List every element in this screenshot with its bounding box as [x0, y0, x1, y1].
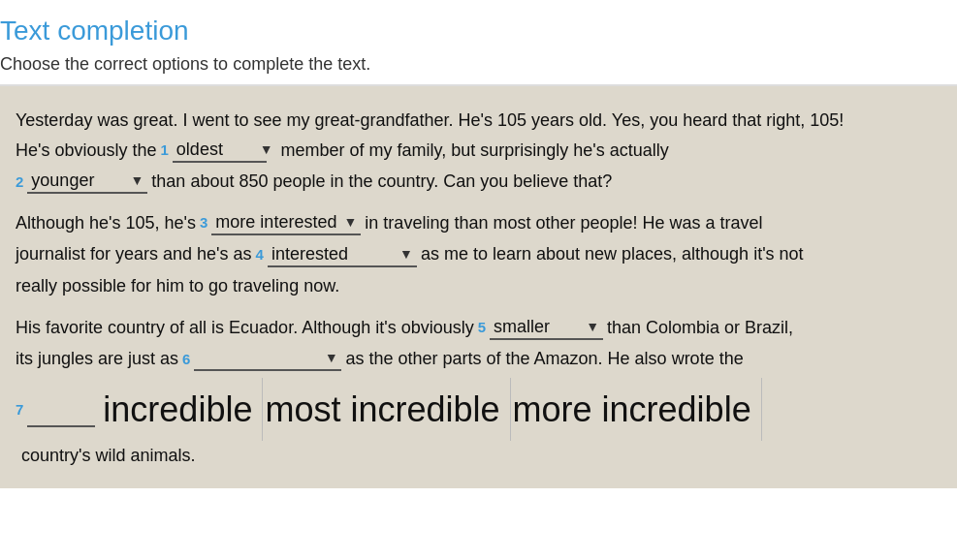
select2-num: 2: [16, 170, 23, 195]
p4-text4: as the other parts of the Amazon. He als…: [345, 344, 743, 374]
p1-text2: He's obviously the: [16, 136, 157, 166]
select5-num: 5: [478, 315, 486, 340]
p2-text1: than about 850 people in the country. Ca…: [151, 167, 612, 197]
select4-num: 4: [256, 242, 264, 267]
content-area: Yesterday was great. I went to see my gr…: [0, 86, 957, 488]
page-header: Text completion Choose the correct optio…: [0, 0, 957, 86]
word-options-row: 7 incredible most incredible more incred…: [16, 378, 941, 471]
p4-text2: than Colombia or Brazil,: [607, 313, 793, 343]
select1-num: 1: [161, 138, 169, 163]
select6[interactable]: incredible most incredible more incredib…: [194, 346, 341, 371]
select4[interactable]: interested more interested most interest…: [268, 242, 417, 267]
p3-text5: really possible for him to go traveling …: [16, 271, 339, 301]
select5-wrapper: 5 smaller small smallest more small ▼: [478, 315, 603, 340]
select7-box: [27, 390, 95, 427]
page-title: Text completion: [0, 16, 957, 47]
select5[interactable]: smaller small smallest more small: [490, 315, 603, 340]
p1-text1: Yesterday was great. I went to see my gr…: [16, 106, 844, 136]
word-option-incredible[interactable]: incredible: [101, 378, 263, 441]
p5-text1: country's wild animals.: [21, 441, 196, 471]
para3-line1: His favorite country of all is Ecuador. …: [16, 313, 941, 343]
select6-num: 6: [182, 347, 190, 372]
select7-num: 7: [16, 397, 23, 422]
para3-line2: its jungles are just as 6 incredible mos…: [16, 344, 941, 374]
p3-text3: journalist for years and he's as: [16, 239, 252, 269]
para2-line3: really possible for him to go traveling …: [16, 271, 941, 301]
word-option-more-incredible[interactable]: more incredible: [511, 378, 762, 441]
para1-line2: He's obviously the 1 oldest elder old mo…: [16, 136, 941, 166]
p3-text2: in traveling than most other people! He …: [365, 208, 762, 238]
select1-wrapper: 1 oldest elder old most old ▼: [161, 138, 277, 163]
select2-wrapper: 2 younger more young young youngest ▼: [16, 169, 147, 194]
word-option-most-incredible[interactable]: most incredible: [263, 378, 510, 441]
select2[interactable]: younger more young young youngest: [27, 169, 147, 194]
p4-text3: its jungles are just as: [16, 344, 178, 374]
select1[interactable]: oldest elder old most old: [173, 138, 267, 163]
para2-line1: Although he's 105, he's 3 more intereste…: [16, 208, 941, 238]
select3[interactable]: more interested most interested interest…: [211, 210, 361, 235]
text-block: Yesterday was great. I went to see my gr…: [16, 106, 941, 471]
p3-text4: as me to learn about new places, althoug…: [421, 239, 804, 269]
para2-line2: journalist for years and he's as 4 inter…: [16, 239, 941, 269]
p3-text1: Although he's 105, he's: [16, 208, 196, 238]
page-subtitle: Choose the correct options to complete t…: [0, 54, 957, 75]
select6-wrapper: 6 incredible most incredible more incred…: [182, 346, 341, 371]
select3-wrapper: 3 more interested most interested intere…: [200, 210, 361, 235]
p1-text3: member of my family, but surprisingly he…: [281, 136, 669, 166]
select4-wrapper: 4 interested more interested most intere…: [256, 242, 417, 267]
para1-line3: 2 younger more young young youngest ▼ th…: [16, 167, 941, 197]
select3-num: 3: [200, 210, 207, 235]
para1-line1: Yesterday was great. I went to see my gr…: [16, 106, 941, 136]
p4-text1: His favorite country of all is Ecuador. …: [16, 313, 474, 343]
